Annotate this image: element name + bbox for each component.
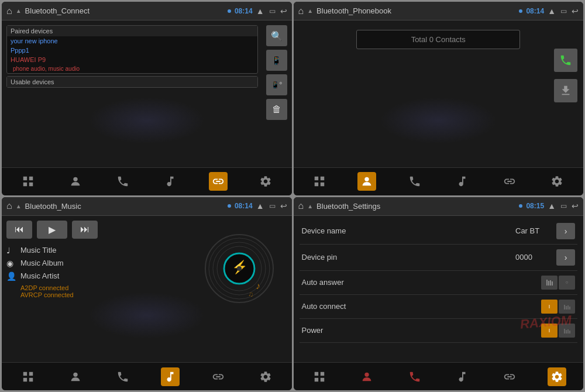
back-icon-pb[interactable]: ↩ (572, 6, 579, 16)
device-huawei-sub: phone audio, music audio (7, 64, 257, 73)
svg-rect-25 (546, 280, 548, 286)
nav-grid-mu[interactable] (19, 367, 37, 386)
back-icon-mu[interactable]: ↩ (280, 201, 287, 211)
svg-rect-6 (321, 177, 324, 180)
device-iphone[interactable]: your new iphone (7, 36, 257, 46)
home-icon-st[interactable]: ⌂ (298, 201, 304, 211)
auto-answer-off-btn[interactable] (541, 276, 558, 290)
bottombar-connect (2, 167, 292, 195)
panel-bluetooth-settings: ⌂ ▲ Bluetooth_Settings 08:15 ▲ ▭ ↩ Devic… (294, 197, 584, 391)
nav-link-mu[interactable] (209, 367, 228, 386)
settings-auto-answer: Auto answer ○ (300, 271, 578, 295)
auto-connect-on-btn[interactable]: I (541, 300, 558, 314)
nav-settings-pb[interactable] (548, 172, 566, 191)
device-pppp[interactable]: Pppp1 (7, 46, 257, 55)
power-on-btn[interactable]: I (541, 324, 558, 338)
device-pin-arrow[interactable]: › (556, 249, 575, 266)
svg-rect-28 (552, 281, 553, 286)
nav-music-pb[interactable] (453, 172, 472, 191)
auto-connect-toggle[interactable]: I (541, 300, 575, 314)
content-phonebook: Total 0 Contacts (294, 20, 584, 167)
window-icon-mu[interactable]: ▭ (269, 202, 276, 210)
time-music: 08:14 (235, 202, 253, 210)
auto-answer-on-btn[interactable]: ○ (559, 276, 575, 290)
window-icon-pb[interactable]: ▭ (560, 7, 567, 15)
back-icon-st[interactable]: ↩ (572, 201, 579, 211)
nav-settings-mu[interactable] (256, 367, 275, 386)
window-icon-st[interactable]: ▭ (560, 202, 567, 210)
chevron-up-icon[interactable]: ▲ (256, 6, 264, 16)
note-icon: ♩ (6, 246, 16, 255)
chevron-up-icon-mu[interactable]: ▲ (256, 201, 264, 211)
topbar-connect: ⌂ ▲ Bluetooth_Connect 08:14 ▲ ▭ ↩ (2, 2, 292, 20)
power-bars-btn[interactable] (559, 324, 575, 338)
nav-grid-st[interactable] (310, 367, 329, 386)
nav-link-st[interactable] (500, 367, 519, 386)
nav-phone-mu[interactable] (113, 367, 132, 386)
topbar-controls: ▲ ▭ ↩ (256, 6, 287, 16)
nav-person[interactable] (66, 172, 85, 191)
device-name-arrow[interactable]: › (556, 223, 575, 239)
nav-grid[interactable] (19, 172, 37, 191)
svg-rect-37 (315, 372, 318, 375)
window-icon[interactable]: ▭ (269, 7, 276, 15)
svg-rect-23 (29, 377, 32, 381)
music-artist-text: Music Artist (20, 271, 59, 280)
device-list-usable: Usable devices (6, 76, 258, 88)
search-button[interactable]: 🔍 (266, 25, 287, 46)
home-icon-mu[interactable]: ⌂ (6, 201, 12, 211)
music-album-text: Music Album (20, 259, 64, 267)
settings-device-pin: Device pin 0000 › (300, 245, 578, 271)
topbar-controls-st: ▲ ▭ ↩ (548, 201, 579, 211)
nav-person-st[interactable] (357, 367, 376, 386)
next-button[interactable]: ⏭ (72, 221, 98, 239)
signal-icon: ▲ (16, 8, 22, 14)
nav-person-mu[interactable] (66, 367, 85, 386)
nav-music-st[interactable] (453, 367, 472, 386)
nav-phone-st[interactable] (405, 367, 424, 386)
phone-audio-button[interactable]: 📱° (266, 74, 287, 95)
bg-glow-pb (380, 97, 497, 144)
svg-rect-0 (23, 177, 26, 180)
nav-grid-pb[interactable] (310, 172, 329, 191)
call-button[interactable] (554, 49, 577, 72)
panel-bluetooth-connect: ⌂ ▲ Bluetooth_Connect 08:14 ▲ ▭ ↩ Paired… (2, 2, 292, 195)
nav-phone[interactable] (113, 172, 132, 191)
topbar-controls-mu: ▲ ▭ ↩ (256, 201, 287, 211)
nav-person-pb[interactable] (357, 172, 376, 191)
home-icon[interactable]: ⌂ (6, 6, 12, 16)
chevron-up-icon-st[interactable]: ▲ (548, 201, 556, 211)
auto-connect-bars-btn[interactable] (559, 300, 575, 314)
nav-phone-pb[interactable] (405, 172, 424, 191)
status-dot-st (519, 204, 522, 208)
play-button[interactable]: ▶ (37, 221, 67, 239)
nav-link[interactable] (209, 172, 228, 191)
nav-link-pb[interactable] (500, 172, 519, 191)
prev-button[interactable]: ⏮ (6, 221, 32, 239)
download-button[interactable] (554, 79, 577, 102)
settings-power: Power I (300, 319, 578, 343)
device-list-paired: Paired devices your new iphone Pppp1 HUA… (6, 25, 258, 74)
delete-button[interactable]: 🗑 (266, 99, 287, 120)
home-icon-pb[interactable]: ⌂ (298, 6, 304, 16)
phone-connect-button[interactable]: 📱 (266, 50, 287, 71)
device-huawei[interactable]: HUAWEI P9 (7, 55, 257, 64)
nav-music-mu[interactable] (161, 367, 180, 386)
nav-settings-st[interactable] (548, 367, 566, 386)
svg-rect-35 (567, 329, 569, 333)
signal-icon-pb: ▲ (307, 8, 313, 14)
paired-header: Paired devices (7, 26, 257, 36)
nav-music[interactable] (161, 172, 180, 191)
chevron-up-icon-pb[interactable]: ▲ (548, 6, 556, 16)
back-icon[interactable]: ↩ (280, 6, 287, 16)
nav-settings[interactable] (256, 172, 275, 191)
settings-device-name: Device name Car BT › (300, 218, 578, 245)
auto-answer-toggle[interactable]: ○ (541, 276, 575, 290)
bottombar-music (2, 362, 292, 390)
svg-rect-3 (29, 183, 32, 186)
status-dot-mu (228, 204, 231, 208)
svg-point-41 (365, 372, 369, 376)
power-toggle[interactable]: I (541, 324, 575, 338)
svg-text:♫: ♫ (248, 290, 253, 298)
svg-point-24 (73, 372, 77, 376)
